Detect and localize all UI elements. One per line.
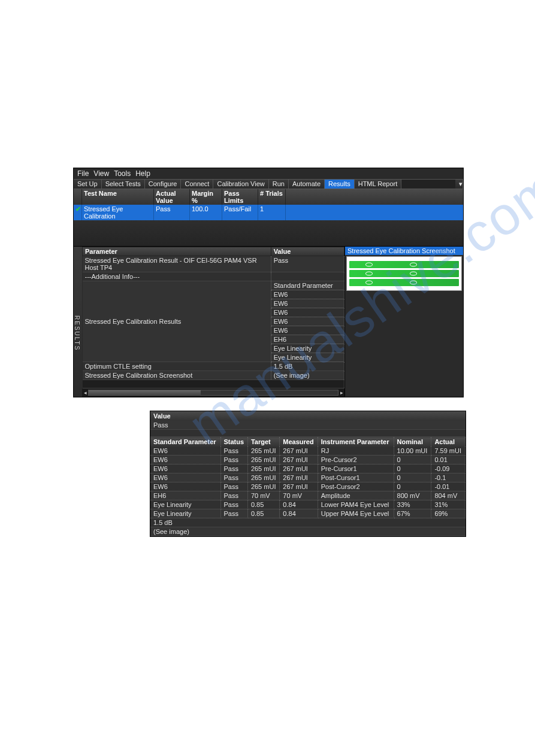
table-row[interactable]: Eye LinearityPass0.850.84Lower PAM4 Eye …: [150, 500, 466, 509]
cell: 31%: [431, 500, 466, 509]
results-header-row: Test Name Actual Value Margin % Pass Lim…: [74, 189, 463, 205]
inner-value: EW6: [271, 326, 344, 335]
col-measured: Measured: [280, 437, 318, 447]
parameter-panel: RESULTS Parameter Value Stressed Eye Cal…: [74, 247, 344, 397]
col-pass-limits: Pass Limits: [222, 189, 258, 205]
results-empty-area: [74, 220, 463, 247]
inner-value: EH6: [271, 335, 344, 344]
tab-overflow-icon[interactable]: ▾: [455, 180, 463, 189]
results-sidebar-label: RESULTS: [74, 247, 82, 397]
col-nominal: Nominal: [394, 437, 431, 447]
cell: 0.84: [280, 500, 318, 509]
cell: 7.59 mUI: [431, 447, 466, 456]
scroll-left-icon[interactable]: ◂: [82, 390, 88, 396]
cell: 33%: [394, 500, 431, 509]
menu-help[interactable]: Help: [135, 169, 150, 178]
cell: -0.1: [431, 473, 466, 482]
cell: Lower PAM4 Eye Level: [318, 500, 394, 509]
table-row[interactable]: Pass: [150, 421, 466, 430]
col-target: Target: [247, 437, 279, 447]
row-trials: 1: [258, 205, 286, 220]
col-standard-parameter: Standard Parameter: [150, 437, 220, 447]
param-label: Optimum CTLE setting: [83, 362, 271, 371]
cell: -0.09: [431, 464, 466, 473]
cell: 0: [394, 456, 431, 464]
detail-area: RESULTS Parameter Value Stressed Eye Cal…: [74, 247, 463, 397]
col-test-name: Test Name: [82, 189, 154, 205]
cell: 265 mUI: [247, 473, 279, 482]
cell: Pass: [220, 500, 247, 509]
menu-tools[interactable]: Tools: [114, 169, 131, 178]
cell: Amplitude: [318, 491, 394, 500]
eye-lane: [349, 270, 459, 277]
tab-calibration-view[interactable]: Calibration View: [213, 180, 268, 189]
scroll-right-icon[interactable]: ▸: [338, 390, 344, 396]
cell: Pre-Cursor2: [318, 456, 394, 464]
tab-run[interactable]: Run: [269, 180, 289, 189]
inner-value: Eye Linearity: [271, 353, 344, 362]
table-row[interactable]: ---Additional Info---: [83, 272, 344, 281]
cell: 0.85: [247, 509, 279, 518]
table-row[interactable]: EW6Pass265 mUI267 mUIPost-Cursor10-0.1: [150, 473, 466, 482]
table-row[interactable]: EH6Pass70 mV70 mVAmplitude800 mV804 mV: [150, 491, 466, 500]
table-row[interactable]: Stressed Eye Calibration Result - OIF CE…: [83, 256, 344, 272]
row-test-name: Stressed Eye Calibration: [82, 205, 154, 220]
pass-value: Pass: [150, 421, 466, 430]
tab-setup[interactable]: Set Up: [74, 180, 102, 189]
cell: 265 mUI: [247, 464, 279, 473]
inner-value: EW6: [271, 317, 344, 326]
pass-checkmark-icon: ✔: [74, 205, 82, 220]
table-row[interactable]: (See image): [150, 527, 466, 536]
tab-connect[interactable]: Connect: [181, 180, 213, 189]
tab-results[interactable]: Results: [325, 180, 355, 189]
cell: EH6: [150, 491, 220, 500]
cell: 0: [394, 473, 431, 482]
cell: Pass: [220, 491, 247, 500]
table-row[interactable]: Optimum CTLE setting 1.5 dB: [83, 362, 344, 371]
param-value: 1.5 dB: [271, 362, 344, 371]
cell: Upper PAM4 Eye Level: [318, 509, 394, 518]
cell: Pass: [220, 464, 247, 473]
tab-automate[interactable]: Automate: [289, 180, 325, 189]
row-margin: 100.0: [190, 205, 222, 220]
scroll-thumb[interactable]: [89, 390, 201, 395]
cell: 70 mV: [280, 491, 318, 500]
cell: 267 mUI: [280, 464, 318, 473]
cell: Pass: [220, 447, 247, 456]
tab-select-tests[interactable]: Select Tests: [102, 180, 145, 189]
tab-html-report[interactable]: HTML Report: [355, 180, 402, 189]
table-row[interactable]: Stressed Eye Calibration Screenshot (See…: [83, 371, 344, 380]
table-row[interactable]: 1.5 dB: [150, 518, 466, 527]
table-row[interactable]: EW6Pass265 mUI267 mUIPre-Cursor200.01: [150, 456, 466, 464]
cell: 265 mUI: [247, 447, 279, 456]
cell: 267 mUI: [280, 456, 318, 464]
cell: RJ: [318, 447, 394, 456]
table-row[interactable]: Stressed Eye Calibration Results Standar…: [83, 281, 344, 290]
cell: Pass: [220, 456, 247, 464]
param-label: Stressed Eye Calibration Result - OIF CE…: [83, 256, 271, 272]
cell: Eye Linearity: [150, 500, 220, 509]
col-parameter: Parameter: [83, 247, 271, 256]
table-row[interactable]: EW6Pass265 mUI267 mUIPre-Cursor10-0.09: [150, 464, 466, 473]
scroll-track[interactable]: [88, 390, 338, 396]
table-row[interactable]: Eye LinearityPass0.850.84Upper PAM4 Eye …: [150, 509, 466, 518]
table-row[interactable]: EW6Pass265 mUI267 mUIRJ10.00 mUI7.59 mUI: [150, 447, 466, 456]
menu-file[interactable]: File: [77, 169, 89, 178]
cell: 0: [394, 464, 431, 473]
inner-value: Standard Parameter: [271, 281, 344, 290]
parameter-table: Parameter Value Stressed Eye Calibration…: [82, 247, 344, 388]
cell: 0: [394, 482, 431, 491]
menu-view[interactable]: View: [93, 169, 109, 178]
cell: Pre-Cursor1: [318, 464, 394, 473]
table-row[interactable]: EW6Pass265 mUI267 mUIPost-Cursor20-0.01: [150, 482, 466, 491]
horizontal-scrollbar[interactable]: ◂ ▸: [82, 388, 344, 397]
eye-diagram-thumbnail[interactable]: [346, 256, 462, 291]
param-label: Stressed Eye Calibration Screenshot: [83, 371, 271, 380]
tab-configure[interactable]: Configure: [145, 180, 182, 189]
cell: 267 mUI: [280, 482, 318, 491]
cell: 67%: [394, 509, 431, 518]
results-summary: Test Name Actual Value Margin % Pass Lim…: [74, 189, 463, 247]
results-row-selected[interactable]: ✔ Stressed Eye Calibration Pass 100.0 Pa…: [74, 205, 463, 220]
col-value: Value: [271, 247, 344, 256]
param-value: Pass: [271, 256, 344, 272]
